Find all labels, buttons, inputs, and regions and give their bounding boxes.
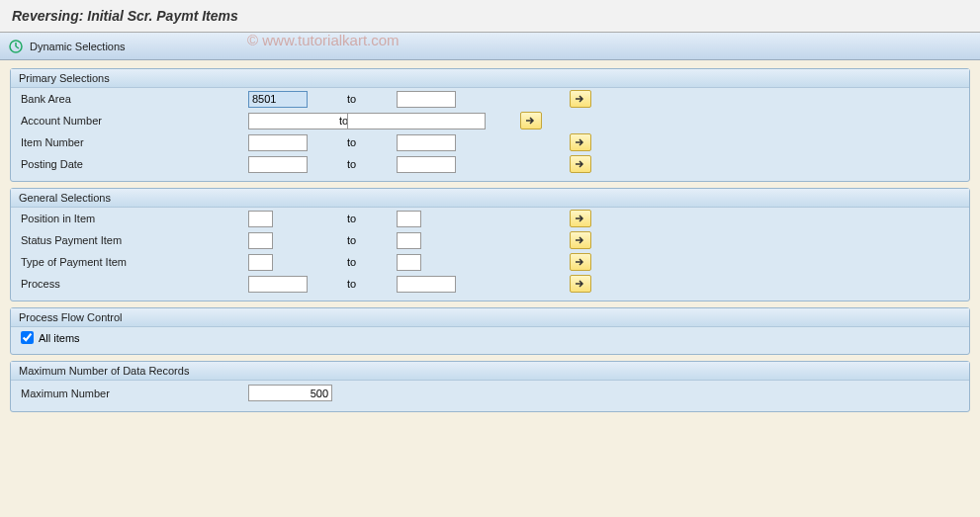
input-bank-area-to[interactable] [397, 91, 456, 108]
input-type-to[interactable] [397, 254, 421, 271]
to-label: to [337, 158, 397, 170]
label-status-payment-item: Status Payment Item [21, 234, 248, 246]
to-label: to [337, 213, 397, 224]
input-maximum-number[interactable] [248, 385, 332, 401]
group-header-primary: Primary Selections [11, 69, 969, 88]
to-label: to [337, 234, 397, 246]
group-header-flow: Process Flow Control [11, 308, 969, 327]
to-label: to [337, 278, 397, 290]
label-account-number: Account Number [21, 115, 248, 127]
window-title: Reversing: Initial Scr. Paymt Items [0, 0, 980, 33]
to-label: to [337, 115, 347, 127]
to-label: to [337, 256, 397, 268]
input-posting-date-from[interactable] [248, 156, 308, 173]
input-bank-area-from[interactable] [248, 91, 308, 108]
multi-select-position[interactable] [570, 210, 591, 227]
input-position-to[interactable] [397, 211, 421, 227]
checkbox-all-items[interactable] [21, 331, 34, 344]
to-label: to [337, 136, 397, 148]
input-process-from[interactable] [248, 276, 308, 293]
multi-select-account-number[interactable] [520, 112, 542, 129]
svg-line-2 [16, 46, 19, 48]
input-item-number-from[interactable] [248, 134, 308, 151]
multi-select-posting-date[interactable] [570, 155, 591, 173]
input-item-number-to[interactable] [397, 134, 456, 151]
app-toolbar: Dynamic Selections [0, 33, 980, 60]
label-all-items: All items [39, 332, 80, 344]
dynamic-selections-icon[interactable] [8, 39, 24, 54]
label-bank-area: Bank Area [21, 93, 248, 105]
group-process-flow-control: Process Flow Control All items [10, 307, 970, 355]
label-position-in-item: Position in Item [21, 213, 248, 224]
label-type-payment-item: Type of Payment Item [21, 256, 248, 268]
multi-select-type[interactable] [570, 253, 591, 271]
group-header-max: Maximum Number of Data Records [11, 362, 969, 381]
group-header-general: General Selections [11, 189, 969, 208]
label-posting-date: Posting Date [21, 158, 248, 170]
input-account-number-to[interactable] [347, 113, 486, 129]
label-maximum-number: Maximum Number [21, 388, 248, 399]
input-position-from[interactable] [248, 211, 273, 227]
row-item-number: Item Number to [11, 131, 969, 153]
input-type-from[interactable] [248, 254, 273, 271]
input-posting-date-to[interactable] [397, 156, 456, 173]
multi-select-bank-area[interactable] [570, 90, 591, 108]
row-position-in-item: Position in Item to [11, 208, 969, 229]
row-process: Process to [11, 273, 969, 295]
row-type-of-payment-item: Type of Payment Item to [11, 251, 969, 273]
input-status-to[interactable] [397, 232, 421, 249]
group-general-selections: General Selections Position in Item to S… [10, 188, 970, 302]
input-process-to[interactable] [397, 276, 456, 293]
to-label: to [337, 93, 397, 105]
row-status-payment-item: Status Payment Item to [11, 229, 969, 251]
label-process: Process [21, 278, 248, 290]
group-max-records: Maximum Number of Data Records Maximum N… [10, 361, 970, 412]
label-item-number: Item Number [21, 136, 248, 148]
group-primary-selections: Primary Selections Bank Area to Account … [10, 68, 970, 182]
dynamic-selections-button[interactable]: Dynamic Selections [30, 41, 126, 52]
row-account-number: Account Number to [11, 110, 969, 131]
multi-select-process[interactable] [570, 275, 591, 293]
multi-select-item-number[interactable] [570, 133, 591, 151]
row-posting-date: Posting Date to [11, 153, 969, 175]
multi-select-status[interactable] [570, 231, 591, 249]
input-status-from[interactable] [248, 232, 273, 249]
row-bank-area: Bank Area to [11, 88, 969, 110]
